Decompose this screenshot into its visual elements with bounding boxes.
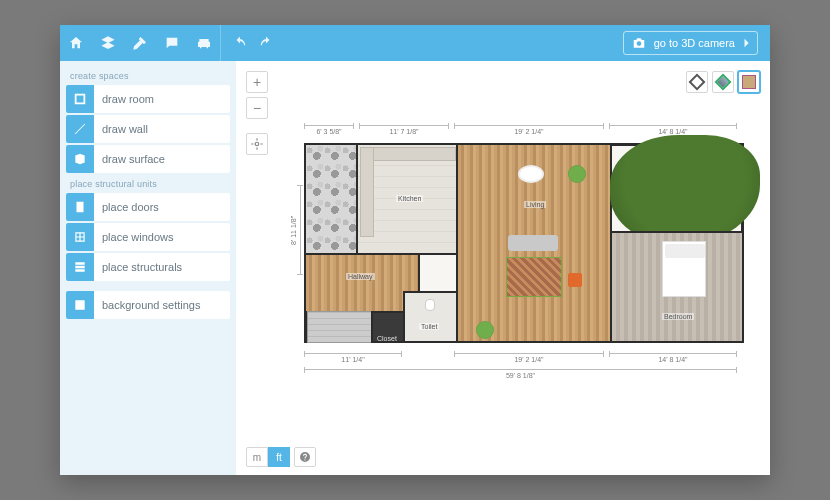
layers-icon[interactable]	[92, 25, 124, 61]
draw-room-icon	[66, 85, 94, 113]
unit-controls: m ft	[246, 447, 316, 467]
room-toilet[interactable]: Toilet	[403, 291, 458, 343]
window-icon	[66, 223, 94, 251]
room-label: Bedroom	[662, 313, 694, 320]
sidebar-item-place-doors[interactable]: place doors	[66, 193, 230, 221]
topbar: go to 3D camera	[60, 25, 770, 61]
chevron-right-icon	[743, 38, 751, 48]
sidebar: create spaces draw room draw wall draw s…	[60, 61, 236, 475]
zoom-out-button[interactable]: −	[246, 97, 268, 119]
sidebar-item-label: draw surface	[102, 153, 165, 165]
structural-icon	[66, 253, 94, 281]
sidebar-item-draw-wall[interactable]: draw wall	[66, 115, 230, 143]
sidebar-item-background-settings[interactable]: background settings	[66, 291, 230, 319]
topbar-nav	[60, 25, 221, 61]
sidebar-group-create: create spaces	[66, 67, 230, 83]
dimension-label: 8' 11 1/8"	[290, 185, 301, 275]
room-closet[interactable]: Closet	[371, 311, 405, 343]
dimension-label: 19' 2 1/4"	[454, 353, 604, 363]
room-label: Kitchen	[396, 195, 423, 202]
history-controls	[221, 25, 285, 61]
help-button[interactable]	[294, 447, 316, 467]
sidebar-item-label: place doors	[102, 201, 159, 213]
room-label: Closet	[375, 335, 399, 342]
dimension-label: 19' 2 1/4"	[454, 125, 604, 135]
sidebar-item-label: background settings	[102, 299, 200, 311]
app-window: go to 3D camera create spaces draw room …	[60, 25, 770, 475]
view-mode-controls	[686, 71, 760, 93]
room-label: Living	[524, 201, 546, 208]
unit-feet-button[interactable]: ft	[268, 447, 290, 467]
floor-plan[interactable]: 6' 3 5/8" 11' 7 1/8" 19' 2 1/4" 14' 8 1/…	[304, 125, 754, 385]
dimension-label: 59' 8 1/8"	[304, 369, 737, 379]
comment-icon[interactable]	[156, 25, 188, 61]
stairs[interactable]	[307, 311, 373, 343]
camera-icon	[632, 37, 646, 49]
view-mode-texture[interactable]	[738, 71, 760, 93]
background-icon	[66, 291, 94, 319]
room-label: Toilet	[419, 323, 439, 330]
garden[interactable]	[610, 143, 744, 233]
app-body: create spaces draw room draw wall draw s…	[60, 61, 770, 475]
draw-wall-icon	[66, 115, 94, 143]
room-label: Hallway	[346, 273, 375, 280]
dimension-label: 6' 3 5/8"	[304, 125, 354, 135]
draw-surface-icon	[66, 145, 94, 173]
sidebar-item-place-structurals[interactable]: place structurals	[66, 253, 230, 281]
sidebar-item-label: place structurals	[102, 261, 182, 273]
room-entry[interactable]	[304, 143, 358, 255]
zoom-controls: + −	[246, 71, 268, 155]
dimension-label: 11' 1/4"	[304, 353, 402, 363]
dimension-label: 14' 8 1/4"	[609, 125, 737, 135]
sidebar-item-place-windows[interactable]: place windows	[66, 223, 230, 251]
recenter-button[interactable]	[246, 133, 268, 155]
sidebar-item-label: draw wall	[102, 123, 148, 135]
build-icon[interactable]	[124, 25, 156, 61]
canvas[interactable]: + − m ft 6' 3 5/8"	[236, 61, 770, 475]
door-icon	[66, 193, 94, 221]
view-mode-color[interactable]	[712, 71, 734, 93]
dimension-label: 11' 7 1/8"	[359, 125, 449, 135]
floor-plan-area[interactable]: Kitchen Living	[304, 143, 744, 343]
room-kitchen[interactable]: Kitchen	[356, 143, 458, 255]
zoom-in-button[interactable]: +	[246, 71, 268, 93]
sidebar-item-label: draw room	[102, 93, 154, 105]
redo-button[interactable]	[253, 25, 279, 61]
svg-point-0	[255, 142, 259, 146]
furniture-icon[interactable]	[188, 25, 220, 61]
unit-meters-button[interactable]: m	[246, 447, 268, 467]
dimension-label: 14' 8 1/4"	[609, 353, 737, 363]
room-living[interactable]: Living	[456, 143, 612, 343]
sidebar-item-label: place windows	[102, 231, 174, 243]
sidebar-item-draw-surface[interactable]: draw surface	[66, 145, 230, 173]
undo-button[interactable]	[227, 25, 253, 61]
go-to-3d-camera-button[interactable]: go to 3D camera	[623, 31, 758, 55]
sidebar-item-draw-room[interactable]: draw room	[66, 85, 230, 113]
camera-button-label: go to 3D camera	[654, 37, 735, 49]
room-bedroom[interactable]: Bedroom	[610, 231, 744, 343]
view-mode-line[interactable]	[686, 71, 708, 93]
sidebar-group-structural: place structural units	[66, 175, 230, 191]
home-icon[interactable]	[60, 25, 92, 61]
